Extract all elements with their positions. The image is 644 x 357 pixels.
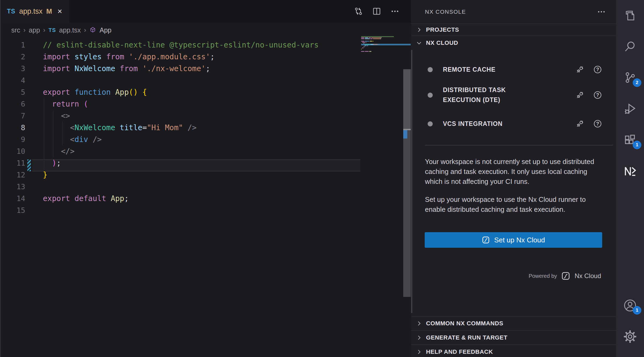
chevron-right-icon <box>416 334 422 341</box>
code-text: <NxWelcome title="Hi Mom" /> <box>25 122 197 134</box>
tab-app-tsx[interactable]: TS app.tsx M × <box>1 0 69 23</box>
line-number: 13 <box>1 181 25 193</box>
code-line: 4 <box>1 75 411 86</box>
code-text <box>25 181 43 193</box>
section-label: HELP AND FEEDBACK <box>426 348 493 355</box>
feature-row-vcs: VCS INTEGRATION ? <box>411 112 616 135</box>
section-label: COMMON NX COMMANDS <box>426 320 503 327</box>
paragraph: Set up your workspace to use the Nx Clou… <box>425 195 595 214</box>
line-number: 3 <box>1 63 25 75</box>
minimap[interactable] <box>361 36 403 101</box>
symbol-cube-icon <box>89 27 96 34</box>
workspace-status-text: Your workspace is not currently set up t… <box>411 145 616 214</box>
line-number: 8 <box>1 122 25 134</box>
git-modified-badge: M <box>46 7 52 16</box>
line-number: 4 <box>1 75 25 86</box>
help-icon[interactable]: ? <box>593 65 602 74</box>
code-lines: 1// eslint-disable-next-line @typescript… <box>1 39 411 216</box>
panel-more-actions-icon[interactable] <box>596 7 606 17</box>
chevron-right-icon: › <box>23 26 25 34</box>
section-common-nx-commands[interactable]: COMMON NX COMMANDS <box>411 316 616 330</box>
connect-plug-icon[interactable] <box>575 65 584 74</box>
editor-scrollbar[interactable] <box>403 69 412 297</box>
open-changes-icon[interactable] <box>353 6 364 16</box>
svg-text:?: ? <box>596 67 599 72</box>
nx-console-icon[interactable] <box>616 156 644 187</box>
code-line: 10 </> <box>1 145 411 157</box>
status-bullet <box>428 93 433 98</box>
code-line: 15 <box>1 205 411 216</box>
setup-button-label: Set up Nx Cloud <box>494 236 545 244</box>
chevron-right-icon <box>416 27 422 33</box>
badge: 1 <box>633 141 641 149</box>
section-generate-run-target[interactable]: GENERATE & RUN TARGET <box>411 331 616 345</box>
breadcrumb-file[interactable]: app.tsx <box>59 26 81 34</box>
settings-gear-icon[interactable] <box>616 321 644 352</box>
code-text: export function App() { <box>25 86 147 98</box>
setup-nx-cloud-button[interactable]: Set up Nx Cloud <box>425 232 602 248</box>
nx-cloud-logo-icon <box>561 271 570 280</box>
powered-by-label: Powered by <box>529 273 557 279</box>
nx-cloud-brand-label[interactable]: Nx Cloud <box>575 272 601 280</box>
help-icon[interactable]: ? <box>593 90 602 100</box>
connect-plug-icon[interactable] <box>575 119 584 128</box>
code-line: 14export default App; <box>1 193 411 205</box>
extensions-icon[interactable]: 1 <box>616 125 644 156</box>
breadcrumb-symbol-app[interactable]: App <box>99 26 111 34</box>
activity-bar: 2 1 <box>616 0 644 357</box>
typescript-file-icon: TS <box>7 8 15 15</box>
panel-scrollbar[interactable] <box>411 50 412 313</box>
section-projects[interactable]: PROJECTS <box>411 24 616 36</box>
status-bullet <box>428 121 433 126</box>
connect-plug-icon[interactable] <box>575 90 584 100</box>
section-label: PROJECTS <box>426 26 459 33</box>
breadcrumb-src[interactable]: src <box>11 26 20 34</box>
code-line: 6 return ( <box>1 98 411 110</box>
feature-row-remote-cache: REMOTE CACHE ? <box>411 58 616 81</box>
feature-label: DISTRIBUTED TASK EXECUTION (DTE) <box>443 85 531 105</box>
chevron-right-icon: › <box>43 26 45 34</box>
feature-row-dte: DISTRIBUTED TASK EXECUTION (DTE) ? <box>411 81 616 109</box>
split-editor-icon[interactable] <box>372 6 382 16</box>
code-line: 7 <> <box>1 110 411 122</box>
collapsed-sections: COMMON NX COMMANDS GENERATE & RUN TARGET… <box>411 316 616 357</box>
scrollbar-slider[interactable] <box>403 69 412 129</box>
code-editor[interactable]: 1// eslint-disable-next-line @typescript… <box>1 38 411 357</box>
code-text: <> <box>25 110 70 122</box>
accounts-icon[interactable]: 1 <box>616 290 644 321</box>
panel-title: NX CONSOLE <box>425 9 466 15</box>
code-text: <div /> <box>25 134 102 145</box>
code-line: 3import NxWelcome from './nx-welcome'; <box>1 63 411 75</box>
line-number: 15 <box>1 205 25 216</box>
more-actions-icon[interactable] <box>390 6 400 16</box>
status-bullet <box>428 67 433 72</box>
help-icon[interactable]: ? <box>593 119 602 128</box>
section-label: GENERATE & RUN TARGET <box>426 334 508 341</box>
code-text: import NxWelcome from './nx-welcome'; <box>25 63 210 75</box>
tab-bar: TS app.tsx M × <box>1 0 411 23</box>
badge: 1 <box>633 306 641 315</box>
line-number: 12 <box>1 169 25 181</box>
search-icon[interactable] <box>616 31 644 62</box>
close-tab-icon[interactable]: × <box>57 7 62 15</box>
breadcrumb-app[interactable]: app <box>29 26 40 34</box>
code-line: 9 <div /> <box>1 134 411 145</box>
source-control-icon[interactable]: 2 <box>616 62 644 93</box>
nx-console-panel: NX CONSOLE PROJECTS NX CLOUD RE <box>411 0 616 357</box>
run-and-debug-icon[interactable] <box>616 93 644 125</box>
line-number: 5 <box>1 86 25 98</box>
code-line: 12} <box>1 169 411 181</box>
code-text: export default App; <box>25 193 129 205</box>
feature-label: VCS INTEGRATION <box>443 119 531 129</box>
powered-by: Powered by Nx Cloud <box>411 271 601 280</box>
svg-text:?: ? <box>596 92 599 98</box>
section-nx-cloud[interactable]: NX CLOUD <box>411 36 616 50</box>
explorer-icon[interactable] <box>616 0 644 31</box>
code-text: // eslint-disable-next-line @typescript-… <box>25 39 319 51</box>
code-line: 2import styles from './app.module.css'; <box>1 51 411 63</box>
code-line: 11 ); <box>1 157 411 169</box>
overview-modified-mark <box>403 130 407 139</box>
section-help-and-feedback[interactable]: HELP AND FEEDBACK <box>411 345 616 357</box>
line-number: 14 <box>1 193 25 205</box>
chevron-right-icon <box>416 320 422 327</box>
